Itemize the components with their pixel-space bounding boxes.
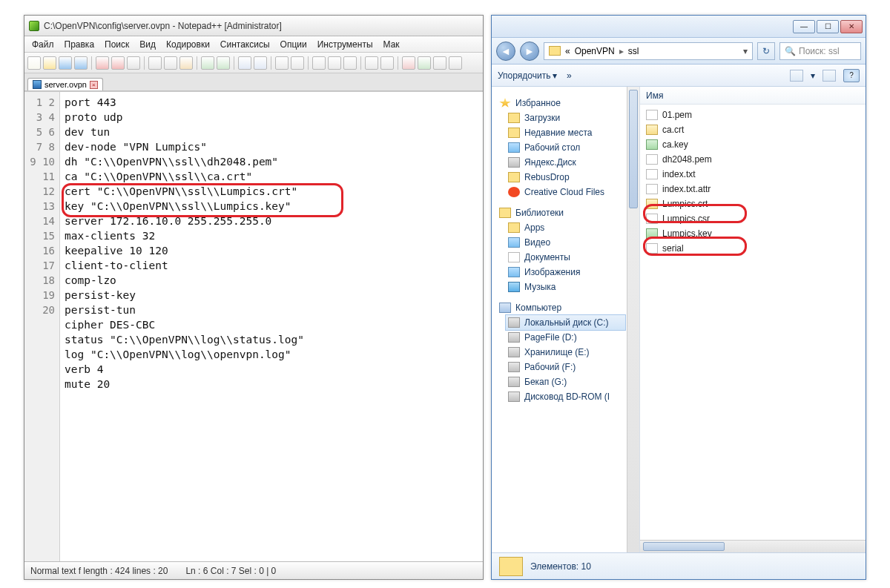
address-bar[interactable]: « OpenVPN ▸ ssl ▾ [544,42,753,60]
chevron-down-icon[interactable]: ▾ [811,70,815,81]
tab-server-ovpn[interactable]: server.ovpn × [27,78,103,90]
file-item[interactable]: Lumpics.crt [640,196,866,211]
menu-вид[interactable]: Вид [135,38,160,51]
replace-button[interactable] [254,56,267,70]
tree-item[interactable]: Видео [492,235,639,250]
print-button[interactable] [127,56,140,70]
help-button[interactable]: ? [843,69,860,82]
file-item[interactable]: ca.crt [640,122,866,137]
file-item[interactable]: index.txt [640,167,866,182]
explorer-titlebar[interactable]: — ☐ ✕ [492,16,866,38]
close-button[interactable] [96,56,109,70]
breadcrumb-2[interactable]: ssl [628,46,639,56]
scrollbar-thumb[interactable] [629,90,638,208]
file-item[interactable]: index.txt.attr [640,182,866,196]
showall-button[interactable] [328,56,341,70]
address-dropdown-icon[interactable]: ▾ [743,46,748,56]
chevron-down-icon: ▾ [553,70,557,81]
tree-item[interactable]: Рабочий стол [492,140,639,155]
editor-area[interactable]: 1 2 3 4 5 6 7 8 9 10 11 12 13 14 15 16 1… [24,91,483,561]
menu-кодировки[interactable]: Кодировки [162,38,214,51]
preview-pane-button[interactable] [823,70,836,82]
tree-item[interactable]: Рабочий (F:) [492,360,639,374]
code-content[interactable]: port 443 proto udp dev tun dev-node "VPN… [60,92,483,561]
tree-item[interactable]: Apps [492,220,639,235]
back-button[interactable]: ◄ [496,42,515,61]
closeall-button[interactable] [111,56,125,70]
scrollbar-thumb[interactable] [643,542,725,551]
find-button[interactable] [238,56,251,70]
file-item[interactable]: Lumpics.csr [640,211,866,226]
toolbar-more[interactable]: » [567,70,572,81]
guide-button[interactable] [343,56,357,70]
func-button[interactable] [365,56,378,70]
column-header[interactable]: Имя [640,87,866,105]
file-item[interactable]: 01.pem [640,108,866,122]
npp-titlebar[interactable]: C:\OpenVPN\config\server.ovpn - Notepad+… [24,16,483,36]
macro-mult-button[interactable] [449,56,462,70]
menu-инструменты[interactable]: Инструменты [313,38,378,51]
tree-item[interactable]: Яндекс.Диск [492,155,639,170]
forward-button[interactable]: ► [520,42,539,61]
nav-tree[interactable]: ИзбранноеЗагрузкиНедавние местаРабочий с… [492,87,640,552]
file-name: Lumpics.csr [662,214,710,224]
tree-item[interactable]: Музыка [492,280,639,294]
maximize-button[interactable]: ☐ [817,20,839,33]
zoom-out-button[interactable] [291,56,304,70]
copy-button[interactable] [164,56,177,70]
menu-синтаксисы[interactable]: Синтаксисы [216,38,274,51]
tree-item[interactable]: PageFile (D:) [492,330,639,345]
file-item[interactable]: serial [640,241,866,256]
file-item[interactable]: ca.key [640,137,866,152]
column-name[interactable]: Имя [646,90,663,101]
refresh-button[interactable]: ↻ [757,42,775,60]
macro-stop-button[interactable] [433,56,446,70]
close-tab-icon[interactable]: × [90,81,98,89]
tree-item[interactable]: Creative Cloud Files [492,185,639,199]
undo-button[interactable] [201,56,214,70]
tree-item[interactable]: Загрузки [492,110,639,125]
organize-menu[interactable]: Упорядочить ▾ » [498,70,572,81]
macro-play-button[interactable] [418,56,431,70]
paste-button[interactable] [179,56,193,70]
open-button[interactable] [43,56,56,70]
tree-item[interactable]: Изображения [492,265,639,280]
tree-item[interactable]: Хранилище (E:) [492,345,639,360]
redo-button[interactable] [217,56,230,70]
file-item[interactable]: dh2048.pem [640,152,866,167]
search-box[interactable]: 🔍 Поиск: ssl [779,42,861,60]
tree-section[interactable]: Компьютер [492,300,639,315]
new-button[interactable] [27,56,41,70]
file-item[interactable]: Lumpics.key [640,226,866,241]
tree-item[interactable]: Документы [492,250,639,265]
wrap-button[interactable] [312,56,326,70]
menu-правка[interactable]: Правка [60,38,99,51]
view-options-button[interactable] [790,70,803,82]
menu-опции[interactable]: Опции [276,38,312,51]
saveall-button[interactable] [74,56,88,70]
tree-item[interactable]: Дисковод BD-ROM (I [492,389,639,404]
doc-map-button[interactable] [380,56,394,70]
macro-rec-button[interactable] [402,56,415,70]
list-h-scrollbar[interactable] [640,540,866,552]
zoom-in-button[interactable] [275,56,289,70]
tree-section[interactable]: Библиотеки [492,205,639,220]
minimize-button[interactable]: — [793,20,815,33]
tree-section[interactable]: Избранное [492,96,639,110]
tree-item[interactable]: RebusDrop [492,170,639,185]
menu-поиск[interactable]: Поиск [100,38,134,51]
tree-scrollbar[interactable] [627,87,639,552]
close-button[interactable]: ✕ [840,20,863,33]
cut-button[interactable] [148,56,162,70]
tree-item[interactable]: Локальный диск (C:) [505,314,626,331]
menu-мак[interactable]: Мак [379,38,404,51]
file-icon [646,154,658,165]
ico-img-icon [508,237,520,248]
file-list[interactable]: Имя 01.pemca.crtca.keydh2048.pemindex.tx… [640,87,866,552]
save-button[interactable] [59,56,72,70]
tree-item[interactable]: Бекап (G:) [492,374,639,389]
ico-fld-icon [499,208,511,218]
tree-item[interactable]: Недавние места [492,125,639,140]
menu-файл[interactable]: Файл [27,38,59,51]
breadcrumb-1[interactable]: OpenVPN [575,46,615,56]
